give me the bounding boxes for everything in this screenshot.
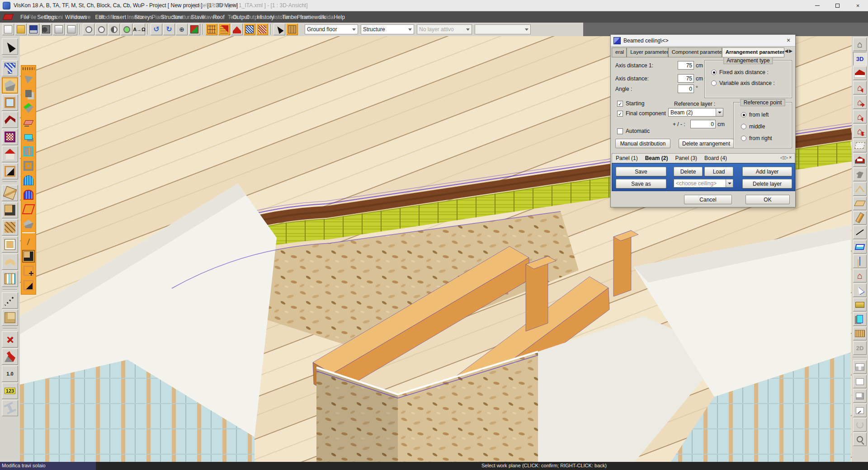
house-tool[interactable] — [2, 146, 18, 162]
offset-input[interactable]: 0 — [690, 120, 716, 128]
timber-joint-tool[interactable] — [2, 219, 18, 235]
zoom-window-button[interactable] — [95, 24, 107, 35]
redo-button[interactable]: ↻ — [163, 24, 175, 35]
arc-beam-tool[interactable] — [2, 254, 18, 270]
dialog-tab[interactable]: eral — [612, 47, 627, 57]
storey-select[interactable]: Ground floor — [305, 24, 358, 34]
measure-button[interactable] — [853, 226, 867, 239]
roof-view-button[interactable] — [231, 24, 243, 35]
delete-arrangement-button[interactable]: Delete arrangement — [679, 139, 734, 148]
dialog-tab[interactable]: Component parameter — [668, 47, 722, 57]
middle-radio[interactable]: middle — [741, 123, 765, 130]
copy-ceiling-tool[interactable] — [22, 87, 35, 100]
box-on-plank-tool[interactable] — [22, 131, 35, 143]
palette-drag-handle[interactable] — [23, 67, 34, 70]
close-button[interactable]: × — [848, 0, 868, 11]
view-west-button[interactable]: ⌂ — [853, 81, 867, 94]
layer-tab-arrows[interactable]: ◁▷× — [780, 155, 793, 160]
ceiling-select[interactable]: <choose ceiling> — [674, 179, 733, 188]
3d-cube-button[interactable] — [189, 24, 200, 35]
measure-line-tool[interactable] — [2, 292, 18, 309]
delete-button[interactable]: Delete — [674, 167, 703, 176]
search-project-button[interactable] — [40, 24, 52, 35]
automatic-checkbox[interactable]: Automatic — [617, 128, 650, 134]
opening-tool[interactable] — [22, 160, 35, 172]
axis-distance-1-input[interactable]: 75 — [678, 61, 694, 70]
from-left-radio[interactable]: from left — [741, 112, 769, 118]
minimize-button[interactable] — [807, 0, 827, 11]
ceiling-outline-tool[interactable] — [22, 73, 35, 85]
open-button[interactable] — [15, 24, 27, 35]
dialog-tab[interactable]: Layer parameter — [627, 47, 668, 57]
section-panel-button[interactable] — [853, 240, 867, 254]
zoom-selection-button[interactable] — [121, 24, 132, 35]
manual-distribution-button[interactable]: Manual distribution — [615, 139, 670, 148]
add-layer-button[interactable]: Add layer — [742, 167, 792, 176]
view-house-button[interactable]: ⌂ — [853, 38, 867, 51]
wireframe-view-button[interactable] — [853, 139, 867, 152]
beam-tool[interactable] — [2, 185, 18, 201]
section-view-button[interactable] — [853, 66, 867, 80]
export-button[interactable] — [853, 298, 867, 311]
hatch-blue-button[interactable] — [244, 24, 255, 35]
zoom-all-button[interactable] — [83, 24, 94, 35]
roof-plan-button[interactable] — [853, 153, 867, 167]
select-elements-button[interactable] — [853, 283, 867, 297]
arched-ceiling-tool[interactable] — [22, 188, 35, 201]
hatch-red-button[interactable] — [256, 24, 268, 35]
crane-button[interactable] — [853, 168, 867, 181]
timber-list-button[interactable] — [286, 24, 298, 35]
tilt-panel-tool[interactable] — [22, 116, 35, 129]
joinery-tool[interactable] — [2, 310, 18, 326]
dialog-tab[interactable]: Arrangement parameters — [722, 47, 784, 57]
view-east-button[interactable]: ⌂ — [853, 95, 867, 109]
dimension-chain-button[interactable] — [206, 24, 217, 35]
rename-button[interactable]: A→Ω — [133, 24, 145, 35]
reference-layer-select[interactable]: Beam (2) — [668, 108, 723, 117]
frame-edit2-tool[interactable] — [22, 279, 35, 291]
shrink-view-button[interactable] — [853, 404, 867, 417]
from-right-radio[interactable]: from right — [741, 135, 772, 141]
load-button[interactable]: Load — [704, 167, 733, 176]
layout-view-button[interactable] — [853, 360, 867, 374]
frame-opening-tool[interactable] — [22, 264, 35, 277]
free-panel-tool[interactable] — [22, 203, 35, 216]
cancel-button[interactable]: Cancel — [684, 195, 732, 204]
repair-tool[interactable] — [2, 348, 18, 365]
dimension-arrow-button[interactable] — [218, 24, 230, 35]
dialog-close-icon[interactable]: × — [784, 37, 793, 45]
split-view-button[interactable] — [853, 389, 867, 403]
print-button[interactable] — [53, 24, 65, 35]
beam-view-button[interactable] — [853, 211, 867, 225]
window-tool[interactable] — [2, 94, 18, 111]
layout-tool[interactable] — [22, 145, 35, 158]
steel-beam-tool[interactable] — [2, 400, 18, 416]
final-component-checkbox[interactable]: ✓ Final component — [617, 110, 666, 117]
roof-tool[interactable] — [2, 112, 18, 128]
fence-button[interactable] — [853, 327, 867, 340]
select-mode-button[interactable] — [274, 24, 285, 35]
panel-view-button[interactable] — [853, 197, 867, 210]
single-view-button[interactable] — [853, 375, 867, 388]
truss-view-button[interactable] — [853, 182, 867, 196]
save-button[interactable] — [28, 24, 39, 35]
zoom-half-button[interactable] — [108, 24, 120, 35]
view-top-button[interactable]: ⌂ — [853, 124, 867, 138]
view-front-button[interactable]: ⌂ — [853, 110, 867, 123]
wall-tool[interactable] — [2, 60, 18, 76]
frame-edit-tool[interactable] — [2, 163, 18, 179]
axis-button[interactable]: ⊕ — [176, 24, 188, 35]
print-preview-button[interactable] — [66, 24, 77, 35]
plank-edit-tool[interactable] — [2, 202, 18, 218]
variable-axis-radio[interactable]: Variable axis distance : — [711, 80, 775, 86]
new-file-button[interactable] — [2, 24, 14, 35]
dimension-house-button[interactable]: ⌂ — [853, 269, 867, 282]
stud-wall-tool[interactable] — [2, 271, 18, 287]
layer-tab[interactable]: Panel (3) — [671, 154, 701, 163]
edit-ceiling-beams-tool[interactable] — [22, 250, 35, 263]
view-3d-button[interactable]: 3D — [853, 52, 867, 66]
delete-tool[interactable]: × — [2, 331, 18, 348]
delete-layer-button[interactable]: Delete layer — [742, 179, 792, 188]
ruler-tool[interactable]: 123 — [2, 383, 18, 399]
ceiling-tool[interactable] — [2, 77, 18, 94]
